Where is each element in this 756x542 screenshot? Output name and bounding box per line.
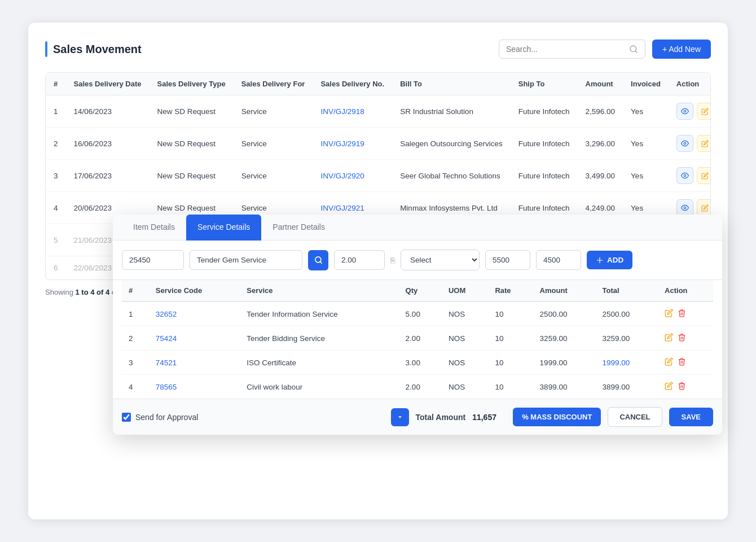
inner-row-qty: 3.00 bbox=[399, 351, 442, 375]
inner-row-total: 3259.00 bbox=[596, 326, 658, 351]
delivery-no-link[interactable]: INV/GJ/2919 bbox=[320, 139, 364, 148]
view-button[interactable] bbox=[676, 135, 693, 152]
row-type: New SD Request bbox=[149, 95, 233, 128]
inner-col-rate: Rate bbox=[488, 280, 533, 301]
uom-select[interactable]: Select NOS KG bbox=[401, 250, 480, 270]
amount-input[interactable] bbox=[536, 250, 581, 270]
col-amount: Amount bbox=[578, 73, 623, 95]
inner-row-service: Tender Information Service bbox=[240, 301, 398, 326]
send-approval-checkbox[interactable] bbox=[122, 413, 131, 422]
edit-button[interactable] bbox=[697, 167, 711, 184]
pencil-icon bbox=[665, 357, 673, 366]
inner-row-uom: NOS bbox=[442, 326, 488, 351]
row-type: New SD Request bbox=[149, 128, 233, 160]
inner-table: # Service Code Service Qty UOM Rate Amou… bbox=[122, 280, 713, 399]
edit-button[interactable] bbox=[697, 199, 711, 216]
inner-delete-button[interactable] bbox=[678, 357, 686, 368]
row-num: 2 bbox=[46, 128, 66, 160]
total-amount-value: 11,657 bbox=[472, 413, 506, 422]
row-bill-to: SR Industrial Solution bbox=[392, 95, 511, 128]
row-num: 1 bbox=[46, 95, 66, 128]
service-input[interactable] bbox=[190, 250, 302, 270]
inner-row-service: ISO Certificate bbox=[240, 351, 398, 375]
action-cell: ⋯ bbox=[669, 160, 711, 192]
title-accent bbox=[45, 41, 47, 57]
inner-delete-button[interactable] bbox=[678, 333, 686, 343]
action-icons: ⋯ bbox=[676, 135, 711, 152]
service-code-link[interactable]: 32652 bbox=[156, 310, 177, 318]
service-code-link[interactable]: 74521 bbox=[156, 359, 177, 367]
inner-row-action bbox=[658, 375, 713, 399]
row-num: 3 bbox=[46, 160, 66, 192]
inner-edit-button[interactable] bbox=[665, 333, 673, 343]
code-input[interactable] bbox=[122, 250, 184, 270]
inner-row-amount: 1999.00 bbox=[533, 351, 596, 375]
total-dropdown-button[interactable] bbox=[391, 408, 409, 426]
rate-input[interactable] bbox=[485, 250, 530, 270]
delivery-no-link[interactable]: INV/GJ/2921 bbox=[320, 204, 364, 212]
svg-line-1 bbox=[635, 51, 637, 53]
view-button[interactable] bbox=[676, 103, 693, 120]
inner-row-rate: 10 bbox=[488, 375, 533, 399]
inner-row-num: 1 bbox=[122, 301, 149, 326]
svg-point-2 bbox=[684, 110, 686, 112]
inner-row-amount: 3259.00 bbox=[533, 326, 596, 351]
add-new-button[interactable]: + Add New bbox=[652, 40, 711, 59]
tabs-bar: Item Details Service Details Partner Det… bbox=[113, 215, 722, 241]
inner-row-num: 2 bbox=[122, 326, 149, 351]
col-delivery-no: Sales Delivery No. bbox=[313, 73, 392, 95]
search-button[interactable] bbox=[308, 250, 328, 270]
edit-button[interactable] bbox=[697, 135, 711, 152]
inner-row-action bbox=[658, 301, 713, 326]
view-button[interactable] bbox=[676, 199, 693, 216]
row-amount: 3,499.00 bbox=[578, 160, 623, 192]
inner-row-code: 74521 bbox=[149, 351, 240, 375]
inner-edit-button[interactable] bbox=[665, 309, 673, 319]
inner-row-total: 1999.00 bbox=[596, 351, 658, 375]
row-no: INV/GJ/2918 bbox=[313, 95, 392, 128]
qty-input[interactable] bbox=[334, 250, 385, 270]
row-type: New SD Request bbox=[149, 160, 233, 192]
service-code-link[interactable]: 75424 bbox=[156, 334, 177, 343]
mass-discount-button[interactable]: % MASS DISCOUNT bbox=[513, 408, 601, 426]
edit-button[interactable] bbox=[697, 103, 711, 120]
search-input[interactable] bbox=[506, 45, 629, 54]
send-approval-label[interactable]: Send for Approval bbox=[122, 413, 198, 422]
inner-table-wrapper: # Service Code Service Qty UOM Rate Amou… bbox=[113, 280, 722, 399]
tab-service-details[interactable]: Service Details bbox=[186, 215, 261, 241]
service-code-link[interactable]: 78565 bbox=[156, 383, 177, 391]
inner-row-total: 3899.00 bbox=[596, 375, 658, 399]
search-box[interactable] bbox=[499, 40, 645, 59]
save-button[interactable]: SAVE bbox=[669, 408, 713, 426]
delivery-no-link[interactable]: INV/GJ/2920 bbox=[320, 172, 364, 180]
tab-item-details[interactable]: Item Details bbox=[122, 215, 186, 241]
inner-delete-button[interactable] bbox=[678, 382, 686, 392]
delivery-no-link[interactable]: INV/GJ/2918 bbox=[320, 107, 364, 116]
inner-edit-button[interactable] bbox=[665, 357, 673, 368]
inner-col-amount: Amount bbox=[533, 280, 596, 301]
tab-partner-details[interactable]: Partner Details bbox=[261, 215, 336, 241]
add-button[interactable]: ADD bbox=[587, 251, 632, 269]
pencil-icon bbox=[665, 382, 673, 390]
eye-icon bbox=[681, 172, 689, 180]
inner-edit-button[interactable] bbox=[665, 382, 673, 392]
trash-icon bbox=[678, 309, 686, 317]
action-cell: ⋯ bbox=[669, 95, 711, 128]
cancel-button[interactable]: CANCEL bbox=[608, 407, 662, 427]
row-ship-to: Future Infotech bbox=[511, 160, 578, 192]
page-title: Sales Movement bbox=[53, 43, 142, 56]
main-container: Sales Movement + Add New # Sales Deliver… bbox=[28, 23, 728, 519]
inner-row-total: 2500.00 bbox=[596, 301, 658, 326]
row-bill-to: Seer Global Techno Solutions bbox=[392, 160, 511, 192]
row-for: Service bbox=[234, 128, 313, 160]
inner-delete-button[interactable] bbox=[678, 309, 686, 319]
row-ship-to: Future Infotech bbox=[511, 128, 578, 160]
view-button[interactable] bbox=[676, 167, 693, 184]
main-table-header-row: # Sales Delivery Date Sales Delivery Typ… bbox=[46, 73, 711, 95]
copy-icon-wrapper: ⎘ bbox=[390, 256, 395, 265]
pencil-icon bbox=[665, 333, 673, 342]
inner-col-service: Service bbox=[240, 280, 398, 301]
action-icons: ⋯ bbox=[676, 167, 711, 184]
inner-action-icons bbox=[665, 333, 706, 343]
inner-row-num: 4 bbox=[122, 375, 149, 399]
